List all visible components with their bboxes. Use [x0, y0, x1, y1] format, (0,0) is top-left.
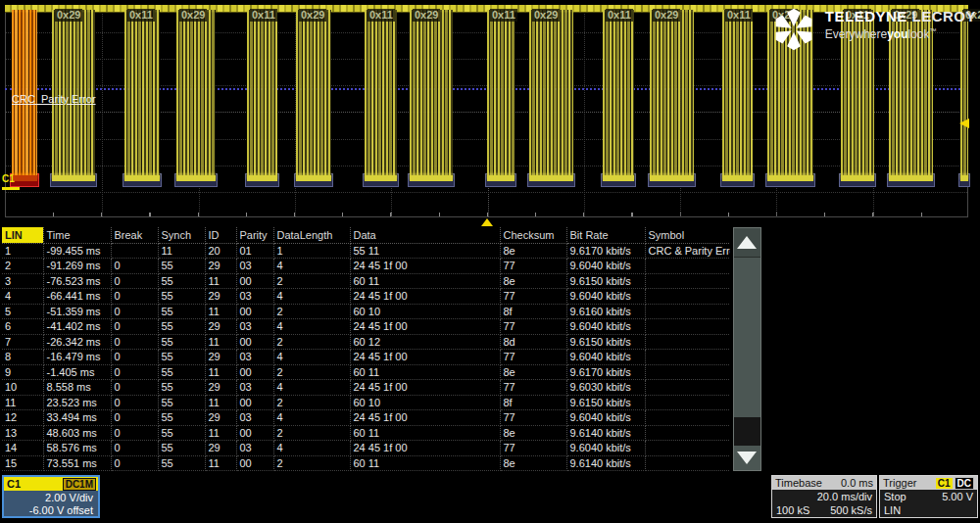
protocol-tab-lin[interactable]: LIN [2, 227, 43, 243]
table-row[interactable]: 1348.603 ms0551100260 118e9.6140 kbit/s [2, 425, 730, 441]
lin-frame-id-label: 0x29 [179, 9, 207, 22]
table-cell: 11 [205, 455, 236, 471]
table-cell: 12 [2, 410, 43, 426]
table-cell: 03 [236, 350, 273, 365]
table-cell: 4 [273, 289, 350, 305]
table-cell: 8e [500, 455, 566, 471]
table-cell [645, 364, 730, 380]
table-cell: 0 [111, 364, 158, 380]
table-cell: 29 [205, 289, 236, 305]
lin-frame-id-label: 0x29 [413, 9, 440, 22]
table-cell: 24 45 1f 00 [350, 380, 500, 396]
table-cell: 24 45 1f 00 [350, 289, 500, 305]
table-cell: 48.603 ms [43, 425, 111, 441]
table-cell: 11 [205, 304, 236, 319]
table-cell: 11 [205, 425, 236, 441]
table-cell: 5 [2, 304, 43, 319]
table-cell: 0 [111, 425, 158, 441]
table-cell: -16.479 ms [43, 350, 111, 365]
table-cell: 60 12 [350, 334, 500, 350]
table-row[interactable]: 3-76.523 ms0551100260 118e9.6150 kbit/s [2, 273, 730, 289]
channel-c1-descriptor[interactable]: C1 DC1M 2.00 V/div -6.00 V offset [2, 475, 100, 518]
table-cell: 6 [2, 319, 43, 335]
table-cell: 55 [158, 304, 205, 319]
table-row[interactable]: 6-41.402 ms0552903424 45 1f 00779.6040 k… [2, 319, 730, 335]
table-cell: 0 [111, 304, 158, 319]
table-scrollbar[interactable] [733, 227, 761, 471]
table-cell: 55 [158, 273, 205, 289]
table-row[interactable]: 1573.551 ms0551100260 118e9.6140 kbit/s [2, 455, 730, 471]
table-cell: 55 [158, 350, 205, 365]
table-cell: 0 [111, 455, 158, 471]
table-cell [645, 289, 730, 305]
table-cell: 55 [158, 410, 205, 426]
trigger-type: LIN [884, 503, 901, 517]
table-cell: 60 11 [350, 455, 500, 471]
table-cell: 9.6140 kbit/s [566, 425, 645, 441]
table-row[interactable]: 8-16.479 ms0552903424 45 1f 00779.6040 k… [2, 350, 730, 365]
table-cell: 00 [236, 425, 273, 441]
table-row[interactable]: 1458.576 ms0552903424 45 1f 00779.6040 k… [2, 441, 730, 456]
trigger-mode: Stop [884, 490, 906, 503]
lin-frame-burst [529, 10, 573, 180]
table-cell: 10 [2, 380, 43, 396]
table-cell: 24 45 1f 00 [350, 350, 500, 365]
table-row[interactable]: 1233.494 ms0552903424 45 1f 00779.6040 k… [2, 410, 730, 426]
trigger-level-marker[interactable] [959, 119, 969, 128]
table-row[interactable]: 4-66.441 ms0552903424 45 1f 00779.6040 k… [2, 289, 730, 305]
table-cell: 23.523 ms [43, 395, 111, 410]
table-cell: 00 [236, 334, 273, 350]
table-cell: CRC & Parity Error [645, 243, 730, 259]
table-row[interactable]: 5-51.359 ms0551100260 108f9.6160 kbit/s [2, 304, 730, 319]
scrollbar-up-button[interactable] [734, 228, 760, 258]
decode-table: LINTimeBreakSynchIDParityDataLengthDataC… [2, 227, 730, 471]
table-row[interactable]: 108.558 ms0552903424 45 1f 00779.6030 kb… [2, 380, 730, 396]
table-cell: 60 10 [350, 304, 500, 319]
trigger-time-marker[interactable] [481, 218, 493, 226]
table-cell: 11 [205, 364, 236, 380]
trigger-descriptor[interactable]: Trigger C1DC Stop 5.00 V LIN [879, 475, 978, 518]
table-cell: 9.6170 kbit/s [566, 243, 645, 259]
table-row[interactable]: 1123.523 ms0551100260 108f9.6150 kbit/s [2, 395, 730, 410]
lin-frame-burst [722, 10, 753, 180]
table-cell: 2 [273, 304, 350, 319]
channel-name: C1 [7, 478, 21, 490]
table-row[interactable]: 1-99.455 ms112001155 118e9.6170 kbit/sCR… [2, 243, 730, 259]
table-row[interactable]: 7-26.342 ms0551100260 128d9.6150 kbit/s [2, 334, 730, 350]
lin-frame-burst [296, 10, 331, 180]
column-header: Time [43, 227, 111, 243]
table-cell: 00 [236, 273, 273, 289]
column-header: Checksum [500, 227, 566, 243]
scrollbar-track[interactable] [734, 417, 760, 447]
trigger-header: Trigger C1DC [880, 476, 977, 490]
table-cell: 4 [273, 441, 350, 456]
table-cell: 1 [273, 243, 350, 259]
table-cell: 60 11 [350, 273, 500, 289]
trigger-label: Trigger [883, 477, 916, 489]
table-cell: 9.6040 kbit/s [566, 350, 645, 365]
scrollbar-down-button[interactable] [734, 446, 760, 470]
table-cell: 60 11 [350, 364, 500, 380]
timebase-descriptor[interactable]: Timebase 0.0 ms 20.0 ms/div 100 kS 500 k… [771, 475, 877, 518]
column-header: DataLength [273, 227, 350, 243]
table-cell: 0 [111, 289, 158, 305]
oscilloscope-screen: 0x290x110x290x110x290x110x290x110x290x11… [0, 0, 980, 523]
table-cell: 55 [158, 425, 205, 441]
table-cell: 29 [205, 441, 236, 456]
lin-frame-id-label: 0x11 [725, 9, 753, 22]
table-cell: 1 [2, 243, 43, 259]
table-cell [645, 273, 730, 289]
table-cell: 2 [273, 425, 350, 441]
table-cell: 29 [205, 410, 236, 426]
table-cell: 9.6040 kbit/s [566, 441, 645, 456]
lin-frame-burst [365, 10, 397, 180]
logo-text: TELEDYNE LECROY Everywhereyoulook™ [825, 8, 976, 41]
column-header: Synch [158, 227, 205, 243]
lin-frame-burst [176, 10, 216, 180]
table-cell: 00 [236, 455, 273, 471]
logo-trademark: ™ [930, 27, 937, 34]
channel-ground-level-marker[interactable] [2, 187, 20, 190]
table-row[interactable]: 2-91.269 ms0552903424 45 1f 00779.6040 k… [2, 259, 730, 274]
lin-frame-burst [487, 10, 514, 180]
table-row[interactable]: 9-1.405 ms0551100260 118e9.6170 kbit/s [2, 364, 730, 380]
